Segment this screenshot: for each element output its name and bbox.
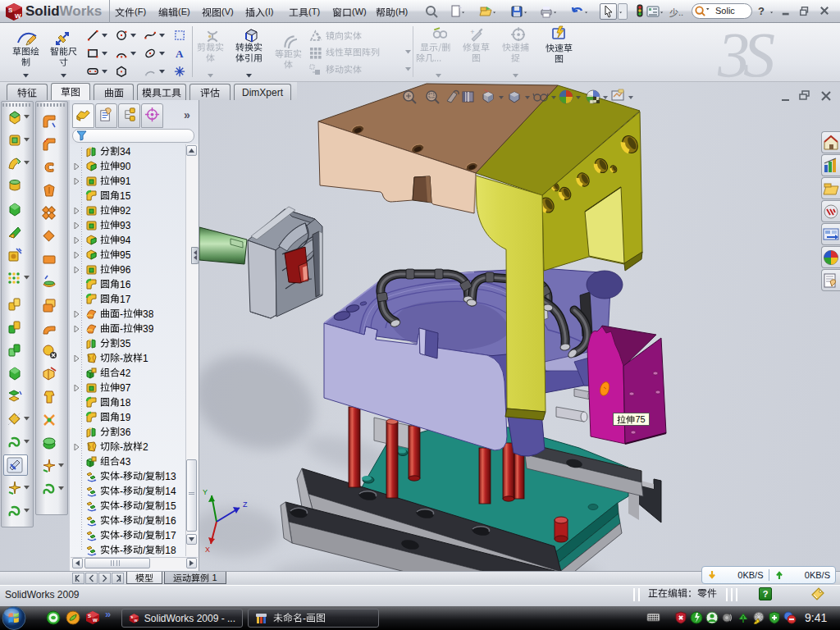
svg-text:!: ! — [756, 620, 757, 624]
svg-text:S: S — [88, 614, 91, 619]
svg-text:W: W — [15, 12, 21, 20]
svg-text:____: ____ — [648, 611, 655, 614]
svg-text:Z: Z — [243, 500, 248, 509]
svg-text:X: X — [205, 546, 210, 554]
svg-text:W: W — [93, 618, 98, 623]
svg-text:S: S — [130, 615, 133, 619]
svg-text:S: S — [8, 7, 13, 14]
svg-text:Y: Y — [203, 488, 208, 496]
svg-text:+: + — [470, 28, 474, 36]
svg-text:A: A — [176, 48, 184, 60]
